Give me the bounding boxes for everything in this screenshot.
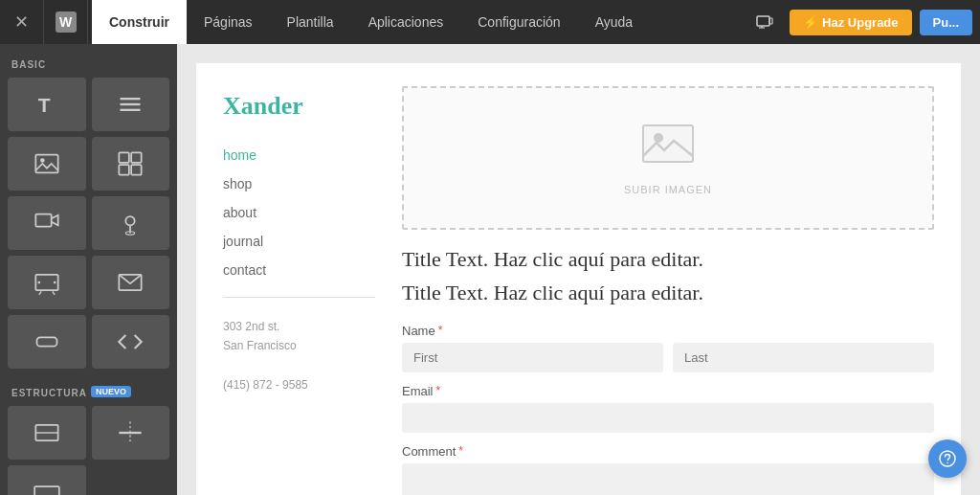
nav-divider: [223, 297, 375, 298]
tab-construir[interactable]: Construir: [92, 0, 187, 44]
svg-point-35: [947, 462, 948, 464]
video-tool[interactable]: [8, 196, 86, 250]
divider-tool[interactable]: [92, 406, 170, 460]
estructura-section-label: ESTRUCTURA: [8, 388, 87, 398]
tab-aplicaciones[interactable]: Aplicaciones: [351, 0, 461, 44]
gallery-tool[interactable]: [92, 137, 170, 191]
contact-form: Name * Email * Comment: [402, 324, 934, 495]
email-input[interactable]: [402, 403, 934, 433]
svg-point-11: [40, 158, 45, 163]
site-brand: Xander: [223, 92, 375, 121]
svg-rect-13: [131, 152, 142, 163]
svg-rect-16: [35, 214, 51, 227]
publish-button[interactable]: Pu...: [920, 10, 972, 35]
top-navigation: ✕ W Construir Páginas Plantilla Aplicaci…: [0, 0, 980, 44]
svg-rect-12: [120, 152, 129, 163]
site-nav-journal[interactable]: journal: [223, 234, 375, 249]
image-upload-text: SUBIR IMAGEN: [624, 184, 712, 195]
basic-section-label: BASIC: [8, 59, 169, 70]
menu-tool[interactable]: [92, 78, 170, 131]
map-tool[interactable]: [92, 196, 170, 250]
text-tool[interactable]: T: [8, 78, 86, 131]
address-line1: 303 2nd st.: [223, 317, 375, 336]
svg-rect-3: [769, 18, 772, 24]
nav-right-actions: ⚡ Haz Upgrade Pu...: [747, 8, 980, 36]
svg-rect-26: [36, 337, 56, 346]
main-area: BASIC T: [0, 44, 980, 495]
code-tool[interactable]: [92, 315, 170, 369]
svg-rect-10: [35, 155, 57, 173]
image-placeholder-icon: [639, 122, 697, 178]
site-title-1[interactable]: Title Text. Haz clic aquí para editar.: [402, 245, 934, 275]
slideshow-tool[interactable]: [8, 256, 86, 309]
site-nav-about[interactable]: about: [223, 205, 375, 220]
weebly-logo: W: [44, 0, 88, 44]
site-nav-shop[interactable]: shop: [223, 176, 375, 191]
svg-rect-31: [34, 486, 59, 495]
svg-line-21: [39, 291, 41, 295]
svg-point-33: [654, 133, 663, 143]
email-tool[interactable]: [92, 256, 170, 309]
tab-plantilla[interactable]: Plantilla: [270, 0, 351, 44]
svg-rect-14: [120, 165, 129, 175]
canvas-area: Xander home shop about journal contact 3…: [177, 44, 980, 495]
svg-rect-32: [643, 125, 693, 162]
name-label: Name *: [402, 324, 934, 338]
site-nav-contact[interactable]: contact: [223, 262, 375, 278]
svg-point-34: [940, 451, 955, 466]
comment-label: Comment *: [402, 444, 934, 459]
nuevo-badge: NUEVO: [91, 386, 131, 397]
site-preview: Xander home shop about journal contact 3…: [196, 63, 961, 495]
email-field-row: [402, 403, 934, 433]
address-line2: San Francisco: [223, 336, 375, 355]
comment-required-star: *: [458, 444, 463, 458]
svg-rect-2: [757, 16, 769, 26]
svg-line-22: [53, 291, 55, 295]
site-address: 303 2nd st. San Francisco (415) 872 - 95…: [223, 317, 375, 395]
tab-configuracion[interactable]: Configuración: [460, 0, 577, 44]
svg-point-17: [126, 216, 135, 225]
svg-text:W: W: [59, 14, 73, 30]
nav-tabs: Construir Páginas Plantilla Aplicaciones…: [88, 0, 747, 44]
upgrade-button[interactable]: ⚡ Haz Upgrade: [790, 10, 911, 35]
estructura-tools-grid: [8, 406, 169, 495]
image-placeholder[interactable]: SUBIR IMAGEN: [402, 86, 934, 230]
svg-rect-15: [131, 165, 142, 175]
site-content: SUBIR IMAGEN Title Text. Haz clic aquí p…: [402, 63, 961, 495]
tab-ayuda[interactable]: Ayuda: [578, 0, 650, 44]
row-tool[interactable]: [8, 406, 86, 460]
left-sidebar: BASIC T: [0, 44, 177, 495]
email-label: Email *: [402, 384, 934, 398]
device-selector-button[interactable]: [747, 8, 782, 36]
close-button[interactable]: ✕: [0, 0, 44, 44]
tab-paginas[interactable]: Páginas: [187, 0, 270, 44]
site-title-2[interactable]: Title Text. Haz clic aquí para editar.: [402, 279, 934, 308]
button-tool[interactable]: [8, 315, 86, 369]
site-phone: (415) 872 - 9585: [223, 375, 375, 394]
email-required-star: *: [436, 384, 441, 397]
last-name-input[interactable]: [673, 343, 934, 372]
site-left-nav: Xander home shop about journal contact 3…: [196, 63, 402, 495]
wide-row-tool[interactable]: [8, 465, 86, 495]
help-button[interactable]: [928, 439, 967, 478]
svg-text:T: T: [37, 94, 50, 116]
comment-textarea[interactable]: [402, 463, 934, 495]
name-fields-row: [402, 343, 934, 372]
image-tool[interactable]: [8, 137, 86, 191]
basic-tools-grid: T: [8, 78, 169, 369]
name-required-star: *: [438, 324, 443, 337]
site-nav-home[interactable]: home: [223, 147, 375, 163]
first-name-input[interactable]: [402, 343, 663, 372]
